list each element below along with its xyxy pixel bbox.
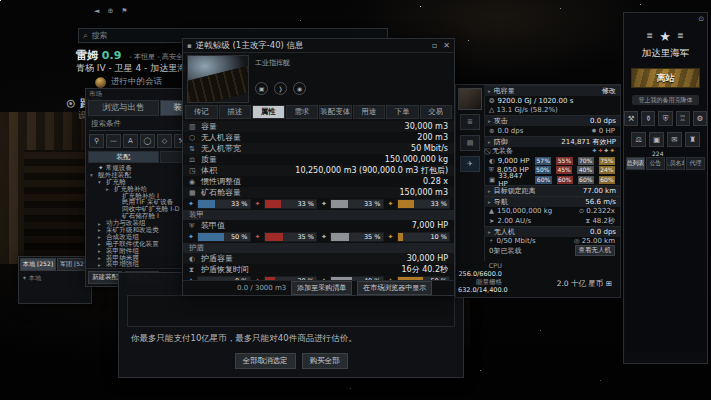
mid-slot[interactable]: ▤ bbox=[460, 135, 480, 151]
tab-variants[interactable]: 装配变体 bbox=[319, 105, 352, 119]
shield-icon: ◐ bbox=[489, 157, 495, 165]
defense-section[interactable]: ▸防御214,871 有效HP bbox=[484, 136, 620, 147]
attribute-row: ◐护盾容量30,000 HP bbox=[183, 253, 454, 264]
expander-icon[interactable]: ▸ bbox=[106, 186, 112, 192]
tab-browse-sell[interactable]: 浏览与出售 bbox=[88, 100, 159, 116]
expander-icon[interactable]: ▸ bbox=[98, 262, 104, 268]
structure-resist-bars: ✦33 % ✦33 % ✦33 % ✦33 % bbox=[183, 198, 454, 210]
insurance-icon[interactable]: ⛨ bbox=[658, 111, 672, 126]
info-title-bar[interactable]: ▪ 逆戟鲸级 (1主改字-40) 信息 ▫ ✕ bbox=[183, 39, 454, 53]
multibuy-item-list[interactable] bbox=[127, 295, 455, 327]
undock-button[interactable]: 离站 bbox=[631, 68, 700, 88]
expander-icon[interactable]: ▾ bbox=[98, 179, 104, 185]
attribute-row: ⬡无人机容量200 m3 bbox=[183, 132, 454, 143]
attribute-row: ⚖质量150,000,000 kg bbox=[183, 154, 454, 165]
tab-bio[interactable]: 传记 bbox=[185, 105, 218, 119]
station-panel-list[interactable] bbox=[626, 172, 705, 352]
info-window-title: 逆戟鲸级 (1主改字-40) 信息 bbox=[196, 40, 304, 52]
tab-usage[interactable]: 用途 bbox=[353, 105, 386, 119]
tab-orders[interactable]: 下单 bbox=[386, 105, 419, 119]
info-footer: 0.0 / 3000 m3 添加至采购清单 在市场浏览器中显示 bbox=[183, 280, 454, 295]
station-panel-tabs: 224 总列表 公告 人员名单 代理 bbox=[626, 157, 705, 170]
fitting-slot-column: ≣ ▤ ✈ bbox=[456, 85, 485, 261]
expander-icon[interactable]: ▸ bbox=[98, 227, 104, 233]
offense-section[interactable]: ▸攻击0.0 dps bbox=[484, 115, 620, 126]
chevron-right-icon: ▸ bbox=[488, 188, 491, 194]
attribute-row: ◉惯性调整值0.28 x bbox=[183, 176, 454, 187]
volley-icon: ✹ bbox=[591, 127, 596, 135]
close-icon[interactable]: ✕ bbox=[443, 41, 450, 50]
session-entry[interactable]: 进行中的会话 bbox=[95, 76, 162, 88]
expander-icon[interactable]: ▸ bbox=[98, 255, 104, 261]
explosive-damage-icon: ✦ bbox=[387, 233, 395, 241]
buy-all-button[interactable]: 购买全部 bbox=[302, 353, 348, 369]
ship-preview-image[interactable] bbox=[187, 55, 249, 103]
tab-overview-list[interactable]: 总列表 bbox=[626, 157, 645, 170]
filter-dash-icon[interactable]: — bbox=[106, 134, 121, 148]
tab-attributes[interactable]: 属性 bbox=[252, 105, 285, 119]
target-icon[interactable]: ◄ bbox=[94, 7, 99, 15]
flag-icon[interactable]: ⚑ bbox=[121, 7, 127, 15]
star-dots bbox=[0, 0, 1, 1]
corp-office-icon[interactable]: ♜ bbox=[685, 132, 700, 147]
fitted-ship-thumbnail[interactable] bbox=[459, 89, 481, 109]
filter-text-icon[interactable]: A bbox=[123, 134, 138, 148]
brackets-icon[interactable]: ❭ bbox=[274, 82, 287, 95]
shield-layer-row: ◐9,000 HP57%55%70%75% bbox=[484, 156, 620, 166]
expander-icon[interactable]: ▸ bbox=[98, 241, 104, 247]
volume-indicator: 0.0 / 3000 m3 bbox=[237, 284, 286, 292]
system-name[interactable]: 雷姆 0.9 - 本恒星 - 高安全 bbox=[76, 48, 183, 63]
chat-channel-line: ✦ 本地 bbox=[19, 272, 91, 285]
view-market-details-button[interactable]: 在市场浏览器中显示 bbox=[357, 281, 432, 295]
attribute-row: ◳体积10,250,000 m3 (900,000.0 m3 打包后) bbox=[183, 165, 454, 176]
view-drones-button[interactable]: 查看无人机 bbox=[575, 245, 616, 256]
filter-search-icon[interactable]: ⚲ bbox=[89, 134, 104, 148]
drone-bay-slot[interactable]: ✈ bbox=[460, 156, 480, 172]
tab-trade[interactable]: 交易 bbox=[420, 105, 453, 119]
chevron-right-icon: ▸ bbox=[488, 229, 491, 235]
fitting-icon[interactable]: ▣ bbox=[649, 132, 664, 147]
edit-link[interactable]: 修改 bbox=[602, 86, 616, 96]
targeting-section[interactable]: ▸目标锁定距离77.00 km bbox=[484, 185, 620, 196]
capacitor-section[interactable]: ▸电容量修改 bbox=[484, 85, 620, 96]
market-icon[interactable]: ⚖ bbox=[631, 132, 646, 147]
filter-circle-icon[interactable]: ◯ bbox=[140, 134, 155, 148]
tab-requirements[interactable]: 需求 bbox=[286, 105, 319, 119]
panel-settings-icon[interactable]: ⊙ bbox=[698, 15, 704, 23]
remove-all-button[interactable]: 全部取消选定 bbox=[235, 353, 296, 369]
fullscreen-preview-icon[interactable]: ▣ bbox=[255, 82, 268, 95]
expander-icon[interactable]: ▾ bbox=[90, 172, 96, 178]
new-fitting-button[interactable]: 新建装配 bbox=[88, 271, 122, 284]
camera-icon[interactable]: ◉ bbox=[293, 82, 306, 95]
add-to-buy-list-button[interactable]: 添加至采购清单 bbox=[291, 281, 352, 295]
chat-tab-local[interactable]: 本地 [252] bbox=[20, 258, 56, 271]
repair-icon[interactable]: ⚒ bbox=[624, 111, 638, 126]
filter-diamond-icon[interactable]: ◇ bbox=[157, 134, 172, 148]
contracts-icon[interactable]: ✉ bbox=[667, 132, 682, 147]
drones-section[interactable]: ▸无人机0.0 dps bbox=[484, 226, 620, 237]
expander-icon[interactable]: ▸ bbox=[98, 234, 104, 240]
high-slot[interactable]: ≣ bbox=[460, 114, 480, 130]
tab-description[interactable]: 描述 bbox=[219, 105, 252, 119]
clone-bay-button[interactable]: 登上我的备用克隆体 bbox=[632, 95, 699, 105]
expander-icon[interactable]: ▸ bbox=[98, 221, 104, 227]
navigation-section[interactable]: ▸导航56.6 m/s bbox=[484, 196, 620, 207]
kinetic-damage-icon: ✦ bbox=[320, 200, 328, 208]
unpin-icon[interactable]: ▫ bbox=[432, 41, 437, 50]
tab-guests[interactable]: 人员名单 bbox=[666, 157, 685, 170]
volume-icon: ◳ bbox=[189, 167, 197, 175]
armor-resist-bars: ✦50 % ✦35 % ✦35 % ✦10 % bbox=[183, 231, 454, 243]
compass-icon[interactable]: ⊕ bbox=[107, 7, 113, 15]
multibuy-limit-note: 你最多只能支付10亿星币，最多只能对40件商品进行估价。 bbox=[119, 327, 463, 349]
service-row-2: ⚖ ▣ ✉ ♜ bbox=[624, 132, 707, 147]
expander-icon[interactable]: ▸ bbox=[98, 248, 104, 254]
clone-bay-icon[interactable]: ⚱ bbox=[641, 111, 655, 126]
item-info-window: ▪ 逆戟鲸级 (1主改字-40) 信息 ▫ ✕ 工业指挥舰 ▣ ❭ ◉ 传记 描… bbox=[182, 38, 455, 296]
shield-section-header: 护盾 bbox=[183, 243, 454, 253]
subtab-fittings[interactable]: 装配 bbox=[88, 151, 159, 163]
industry-icon[interactable]: ⚙ bbox=[693, 111, 707, 126]
shield-icon: ◐ bbox=[189, 255, 197, 263]
tab-agents[interactable]: 代理 bbox=[686, 157, 705, 170]
lp-store-icon[interactable]: ♖ bbox=[676, 111, 690, 126]
tab-bulletins[interactable]: 公告 bbox=[646, 157, 665, 170]
